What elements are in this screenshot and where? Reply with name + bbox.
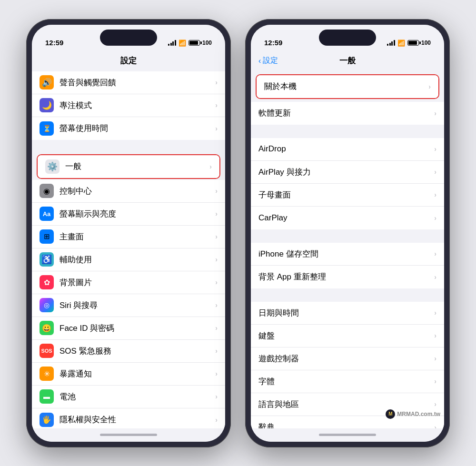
- chevron-icon: ›: [428, 83, 431, 90]
- list-item-general[interactable]: ⚙️ 一般 ›: [38, 155, 219, 178]
- settings-list-left: 🔊 聲音與觸覺回饋 › 🌙 專注模式 › ⏳ 螢幕使用時間 ›: [32, 71, 225, 428]
- chevron-icon: ›: [434, 168, 436, 176]
- sound-icon: 🔊: [40, 75, 54, 89]
- chevron-icon: ›: [215, 210, 218, 218]
- status-icons-left: 📶 100: [168, 40, 212, 47]
- section-3: ◉ 控制中心 › Aa 螢幕顯示與亮度 › ⊞ 主畫面 › ♿ 輔助使用: [32, 180, 225, 428]
- battery-fill: [189, 41, 198, 45]
- watermark-text: MRMAD.com.tw: [397, 411, 440, 417]
- general-label: 一般: [65, 161, 209, 172]
- list-item-update[interactable]: 軟體更新 ›: [251, 102, 444, 125]
- list-item-focus[interactable]: 🌙 專注模式 ›: [32, 94, 225, 117]
- display-label: 螢幕顯示與亮度: [60, 208, 215, 219]
- list-item-control[interactable]: ◉ 控制中心 ›: [32, 180, 225, 203]
- general-highlighted-container: ⚙️ 一般 ›: [32, 154, 225, 179]
- general-highlight-box: ⚙️ 一般 ›: [37, 154, 220, 179]
- list-item-datetime[interactable]: 日期與時間 ›: [251, 302, 444, 325]
- list-item-pip[interactable]: 子母畫面 ›: [251, 184, 444, 207]
- chevron-icon: ›: [434, 214, 436, 222]
- page-title-right: 一般: [339, 55, 356, 66]
- list-item-privacy[interactable]: 🖐 隱私權與安全性 ›: [32, 408, 225, 428]
- exposure-label: 暴露通知: [60, 368, 215, 379]
- battery-item-icon: ▬: [40, 389, 54, 404]
- list-item-battery[interactable]: ▬ 電池 ›: [32, 386, 225, 408]
- general-icon: ⚙️: [45, 159, 60, 174]
- datetime-label: 日期與時間: [258, 307, 434, 318]
- back-button[interactable]: ‹ 設定: [258, 56, 278, 66]
- chevron-icon: ›: [434, 273, 436, 281]
- accessibility-icon: ♿: [40, 252, 54, 267]
- dynamic-island-right: [319, 30, 376, 46]
- keyboard-label: 鍵盤: [258, 330, 434, 341]
- chevron-icon: ›: [434, 355, 436, 362]
- nav-bar-right: ‹ 設定 一般: [251, 50, 444, 71]
- list-item-keyboard[interactable]: 鍵盤 ›: [251, 325, 444, 347]
- watermark: M MRMAD.com.tw: [386, 409, 440, 419]
- control-label: 控制中心: [60, 186, 215, 197]
- chevron-icon: ›: [215, 416, 218, 424]
- list-item-faceid[interactable]: 😀 Face ID 與密碼 ›: [32, 317, 225, 340]
- mrmad-logo-icon: M: [386, 409, 395, 419]
- battery-fill-right: [408, 41, 417, 45]
- list-item-home[interactable]: ⊞ 主畫面 ›: [32, 226, 225, 248]
- dynamic-island-left: [100, 30, 157, 46]
- sound-label: 聲音與觸覺回饋: [60, 77, 215, 88]
- chevron-icon: ›: [215, 233, 218, 240]
- wallpaper-label: 背景圖片: [60, 277, 215, 288]
- list-item-bgapp[interactable]: 背景 App 重新整理 ›: [251, 266, 444, 288]
- nav-bar-left: 設定: [32, 50, 225, 71]
- phone-left: 12:59 📶 100 設定: [26, 19, 231, 447]
- time-right: 12:59: [264, 39, 282, 47]
- back-label: 設定: [263, 56, 278, 66]
- chevron-icon: ›: [215, 301, 218, 309]
- home-bar-right: [319, 434, 376, 436]
- list-item-about[interactable]: 關於本機 ›: [257, 75, 438, 98]
- about-label: 關於本機: [264, 81, 428, 92]
- list-item-exposure[interactable]: ✳ 暴露通知 ›: [32, 363, 225, 386]
- list-item-screentime[interactable]: ⏳ 螢幕使用時間 ›: [32, 117, 225, 140]
- siri-label: Siri 與搜尋: [60, 300, 215, 311]
- list-item-display[interactable]: Aa 螢幕顯示與亮度 ›: [32, 203, 225, 226]
- focus-icon: 🌙: [40, 98, 54, 112]
- faceid-label: Face ID 與密碼: [60, 323, 215, 334]
- battery-pct: 100: [202, 40, 212, 46]
- list-item-siri[interactable]: ◎ Siri 與搜尋 ›: [32, 294, 225, 317]
- chevron-icon: ›: [434, 424, 436, 428]
- airplay-label: AirPlay 與接力: [258, 167, 434, 178]
- privacy-label: 隱私權與安全性: [60, 414, 215, 425]
- control-icon: ◉: [40, 184, 54, 198]
- status-icons-right: 📶 100: [387, 40, 431, 47]
- list-item-sos[interactable]: SOS SOS 緊急服務 ›: [32, 340, 225, 363]
- wallpaper-icon: ✿: [40, 275, 54, 289]
- list-item-storage[interactable]: iPhone 儲存空間 ›: [251, 243, 444, 266]
- list-item-wallpaper[interactable]: ✿ 背景圖片 ›: [32, 271, 225, 294]
- airdrop-label: AirDrop: [258, 144, 434, 154]
- screentime-label: 螢幕使用時間: [60, 123, 215, 134]
- divider-r1: [251, 125, 444, 138]
- chevron-icon: ›: [434, 400, 436, 408]
- screen-left: 12:59 📶 100 設定: [32, 25, 225, 442]
- home-icon: ⊞: [40, 229, 54, 244]
- divider-1: [32, 140, 225, 153]
- list-item-fonts[interactable]: 字體 ›: [251, 370, 444, 393]
- back-chevron-icon: ‹: [258, 57, 261, 65]
- list-item-carplay[interactable]: CarPlay ›: [251, 207, 444, 229]
- chevron-icon: ›: [215, 256, 218, 263]
- chevron-icon: ›: [215, 278, 218, 286]
- list-item-gamepad[interactable]: 遊戲控制器 ›: [251, 347, 444, 370]
- chevron-icon: ›: [209, 163, 212, 170]
- chevron-icon: ›: [434, 332, 436, 339]
- phone-right: 12:59 📶 100 ‹ 設定 一般: [245, 19, 450, 447]
- settings-list-right: 關於本機 › 軟體更新 › AirDrop ›: [251, 71, 444, 428]
- list-item-sound[interactable]: 🔊 聲音與觸覺回饋 ›: [32, 71, 225, 94]
- focus-label: 專注模式: [60, 100, 215, 111]
- storage-label: iPhone 儲存空間: [258, 248, 434, 259]
- list-item-airdrop[interactable]: AirDrop ›: [251, 138, 444, 161]
- chevron-icon: ›: [215, 187, 218, 195]
- sos-label: SOS 緊急服務: [60, 346, 215, 357]
- list-item-accessibility[interactable]: ♿ 輔助使用 ›: [32, 248, 225, 271]
- siri-icon: ◎: [40, 298, 54, 312]
- fonts-label: 字體: [258, 376, 434, 387]
- about-highlight-box: 關於本機 ›: [256, 74, 439, 99]
- list-item-airplay[interactable]: AirPlay 與接力 ›: [251, 161, 444, 184]
